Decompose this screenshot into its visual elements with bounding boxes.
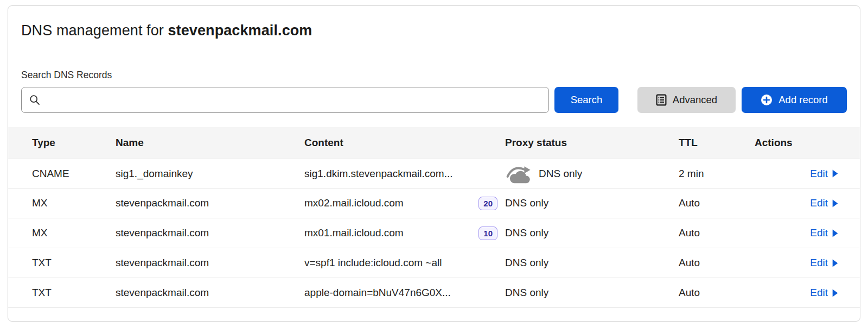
proxy-status-cell: DNS only [505,257,673,269]
plus-circle-icon [761,94,773,106]
actions-cell: Edit [755,257,838,269]
edit-link-label: Edit [810,257,828,269]
edit-link-label: Edit [810,287,828,299]
edit-link[interactable]: Edit [810,168,838,180]
header-ttl: TTL [673,137,755,149]
page-title-prefix: DNS management for [21,22,168,39]
record-ttl: Auto [673,197,755,209]
proxy-status: DNS only [539,168,582,180]
record-name: stevenpackmail.com [116,257,304,269]
edit-link[interactable]: Edit [810,257,838,269]
page-title-domain: stevenpackmail.com [168,22,312,39]
chevron-right-icon [832,199,838,207]
record-content: v=spf1 include:icloud.com ~all [304,257,442,269]
page-header: DNS management for stevenpackmail.com Se… [8,6,860,113]
edit-link[interactable]: Edit [810,227,838,239]
record-name: stevenpackmail.com [116,227,304,239]
advanced-button-label: Advanced [673,94,717,106]
record-type: TXT [32,287,116,299]
record-content-cell: apple-domain=bNuV47n6G0X... [304,287,505,299]
header-actions: Actions [755,137,838,149]
record-content-cell: sig1.dkim.stevenpackmail.com... [304,168,505,180]
dns-management-card: DNS management for stevenpackmail.com Se… [8,5,860,322]
edit-link-label: Edit [810,197,828,209]
search-button[interactable]: Search [554,87,618,113]
record-type: CNAME [32,168,116,180]
table-row: TXT stevenpackmail.com apple-domain=bNuV… [8,278,860,308]
proxy-status-cell: DNS only [505,227,673,239]
search-box [21,87,549,113]
record-ttl: Auto [673,227,755,239]
add-record-button[interactable]: Add record [742,87,847,113]
proxy-status: DNS only [505,287,548,299]
edit-link-label: Edit [810,227,828,239]
proxy-status: DNS only [505,257,548,269]
search-toolbar: Search Advanced Add record [21,87,847,113]
add-record-button-label: Add record [778,94,828,106]
record-name: stevenpackmail.com [116,287,304,299]
table-row: TXT stevenpackmail.com v=spf1 include:ic… [8,248,860,278]
record-content: mx01.mail.icloud.com [304,227,404,239]
header-name: Name [116,137,304,149]
actions-cell: Edit [755,197,838,209]
edit-link-label: Edit [810,168,828,180]
priority-badge: 20 [478,197,497,210]
actions-cell: Edit [755,168,838,180]
edit-link[interactable]: Edit [810,287,838,299]
record-name: stevenpackmail.com [116,197,304,209]
chevron-right-icon [832,169,838,178]
search-input[interactable] [21,87,549,113]
edit-link[interactable]: Edit [810,197,838,209]
record-ttl: Auto [673,287,755,299]
advanced-button[interactable]: Advanced [637,87,736,113]
record-content-cell: v=spf1 include:icloud.com ~all [304,257,505,269]
proxy-status: DNS only [505,227,548,239]
priority-badge: 10 [478,227,497,240]
record-type: MX [32,227,116,239]
list-document-icon [656,94,667,106]
proxy-status: DNS only [505,197,548,209]
header-proxy-status: Proxy status [505,137,673,149]
actions-cell: Edit [755,287,838,299]
chevron-right-icon [832,259,838,267]
table-header-row: Type Name Content Proxy status TTL Actio… [8,127,860,159]
proxy-status-cell: DNS only [505,164,673,184]
record-type: MX [32,197,116,209]
record-name: sig1._domainkey [116,168,304,180]
table-row: CNAME sig1._domainkey sig1.dkim.stevenpa… [8,159,860,188]
record-content: apple-domain=bNuV47n6G0X... [304,287,451,299]
gray-cloud-arrow-icon [505,164,533,184]
table-row: MX stevenpackmail.com mx01.mail.icloud.c… [8,218,860,248]
record-content: sig1.dkim.stevenpackmail.com... [304,168,453,180]
dns-records-table: Type Name Content Proxy status TTL Actio… [8,127,860,308]
chevron-right-icon [832,229,838,237]
header-content: Content [304,137,505,149]
record-ttl: Auto [673,257,755,269]
search-label: Search DNS Records [21,70,847,80]
page-title: DNS management for stevenpackmail.com [21,22,847,39]
record-content-cell: mx01.mail.icloud.com 10 [304,227,505,240]
record-content-cell: mx02.mail.icloud.com 20 [304,197,505,210]
chevron-right-icon [832,289,838,297]
header-type: Type [32,137,116,149]
record-ttl: 2 min [673,168,755,180]
proxy-status-cell: DNS only [505,197,673,209]
record-type: TXT [32,257,116,269]
proxy-status-cell: DNS only [505,287,673,299]
table-body: CNAME sig1._domainkey sig1.dkim.stevenpa… [8,159,860,308]
actions-cell: Edit [755,227,838,239]
record-content: mx02.mail.icloud.com [304,197,404,209]
table-row: MX stevenpackmail.com mx02.mail.icloud.c… [8,188,860,218]
